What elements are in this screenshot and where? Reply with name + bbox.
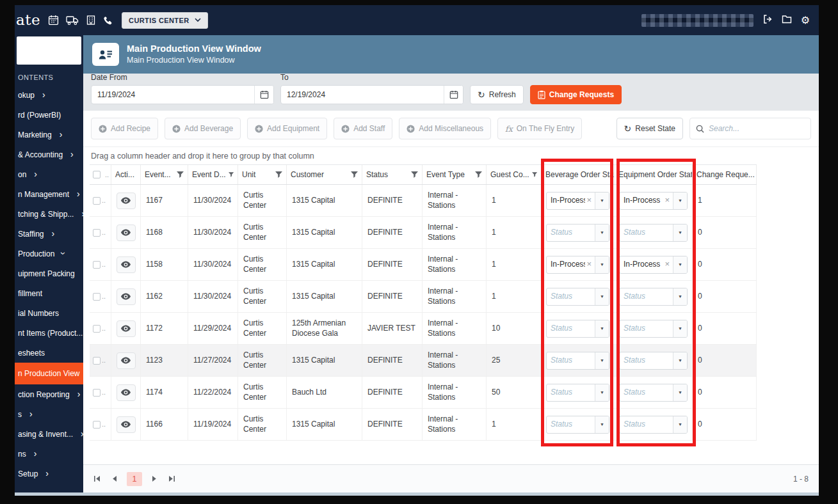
row-checkbox[interactable]: [93, 357, 101, 365]
equipment-status-select[interactable]: ×▼: [619, 320, 688, 338]
row-checkbox[interactable]: [93, 325, 101, 333]
sidebar-search-box[interactable]: [17, 36, 81, 65]
table-row[interactable]: .. 1162 11/30/2024 Curtis Center 1315 Ca…: [90, 281, 757, 313]
sidebar-item[interactable]: uipment Packing: [15, 264, 83, 283]
beverage-status-select[interactable]: In-Process×▼: [546, 192, 609, 210]
sidebar-item[interactable]: Production ›: [15, 244, 83, 264]
col-header-customer[interactable]: Customer: [287, 165, 362, 184]
table-row[interactable]: .. 1174 11/22/2024 Curtis Center Bauch L…: [90, 377, 757, 409]
row-checkbox[interactable]: [93, 197, 101, 205]
chevron-down-icon[interactable]: ▼: [595, 384, 609, 401]
equipment-status-select[interactable]: In-Process×▼: [619, 192, 688, 210]
col-header-beverage-order-status[interactable]: Beverage Order Stat...: [542, 165, 615, 184]
table-row[interactable]: .. 1123 11/27/2024 Curtis Center 1315 Ca…: [90, 345, 757, 377]
row-checkbox[interactable]: [93, 421, 101, 429]
search-input[interactable]: [709, 124, 805, 133]
sidebar-item[interactable]: esheets: [15, 343, 83, 363]
sidebar-item[interactable]: Setup ›: [15, 464, 83, 484]
equipment-status-select[interactable]: ×▼: [619, 416, 688, 434]
truck-icon[interactable]: [66, 15, 79, 26]
equipment-status-select[interactable]: ×▼: [619, 288, 688, 306]
sidebar-item[interactable]: nt Items (Product...: [15, 323, 83, 343]
chevron-down-icon[interactable]: ▼: [595, 256, 609, 273]
table-row[interactable]: .. 1168 11/30/2024 Curtis Center 1315 Ca…: [90, 217, 757, 249]
folder-icon[interactable]: [782, 15, 792, 26]
sidebar-item[interactable]: ial Numbers: [15, 303, 83, 323]
chevron-down-icon[interactable]: ▼: [673, 256, 687, 273]
table-row[interactable]: .. 1172 11/29/2024 Curtis Center 125th A…: [90, 313, 757, 345]
first-page-button[interactable]: [92, 474, 102, 484]
col-header-guest-count[interactable]: Guest Co...: [487, 165, 542, 184]
refresh-button[interactable]: ↻ Refresh: [470, 85, 524, 104]
col-header-change-requests[interactable]: Change Reque...: [693, 165, 757, 184]
chevron-down-icon[interactable]: ▼: [673, 193, 687, 209]
previous-page-button[interactable]: [110, 474, 118, 484]
view-event-button[interactable]: [117, 288, 136, 305]
clear-icon[interactable]: ×: [585, 259, 595, 270]
equipment-status-select[interactable]: ×▼: [619, 352, 688, 370]
view-event-button[interactable]: [117, 352, 136, 369]
beverage-status-select[interactable]: ×▼: [546, 384, 609, 402]
sidebar-item[interactable]: s ›: [15, 404, 83, 424]
date-to-input[interactable]: [281, 90, 444, 99]
sidebar-item[interactable]: ns ›: [15, 444, 83, 464]
chevron-down-icon[interactable]: ▼: [595, 288, 609, 305]
beverage-status-select[interactable]: ×▼: [546, 224, 609, 242]
sidebar-item[interactable]: asing & Invent... ›: [15, 424, 83, 444]
sidebar-item[interactable]: n Production View: [15, 363, 83, 384]
view-event-button[interactable]: [117, 384, 136, 401]
sidebar-item[interactable]: okup ›: [15, 85, 83, 105]
filter-icon[interactable]: [177, 171, 184, 178]
filter-icon[interactable]: [351, 171, 358, 178]
date-from-input[interactable]: [92, 90, 254, 99]
sidebar-item[interactable]: Staffing ›: [15, 224, 83, 244]
table-row[interactable]: .. 1158 11/30/2024 Curtis Center 1315 Ca…: [90, 249, 757, 281]
col-header-event-number[interactable]: Event...: [141, 165, 188, 184]
last-page-button[interactable]: [167, 474, 177, 484]
chevron-down-icon[interactable]: ▼: [673, 320, 687, 337]
add-recipe-button[interactable]: Add Recipe: [91, 118, 158, 139]
beverage-status-select[interactable]: ×▼: [546, 416, 609, 434]
beverage-status-select[interactable]: In-Process×▼: [546, 256, 609, 274]
filter-icon[interactable]: [532, 171, 537, 178]
clear-icon[interactable]: ×: [585, 195, 595, 206]
sidebar-item[interactable]: n Management ›: [15, 184, 83, 204]
chevron-down-icon[interactable]: ▼: [595, 416, 609, 433]
row-checkbox[interactable]: [93, 229, 101, 237]
date-to-calendar-button[interactable]: [444, 86, 463, 104]
view-event-button[interactable]: [117, 320, 136, 337]
filter-icon[interactable]: [475, 171, 482, 178]
col-header-status[interactable]: Status: [362, 165, 423, 184]
chevron-down-icon[interactable]: ▼: [595, 352, 609, 369]
change-requests-button[interactable]: Change Requests: [530, 85, 622, 104]
current-page-button[interactable]: 1: [127, 472, 142, 486]
date-from-calendar-button[interactable]: [254, 86, 273, 104]
select-all-checkbox[interactable]: [93, 171, 101, 178]
equipment-status-select[interactable]: ×▼: [619, 224, 688, 242]
reset-state-button[interactable]: ↻ Reset State: [616, 118, 683, 139]
chevron-down-icon[interactable]: ▼: [673, 352, 687, 369]
row-checkbox[interactable]: [93, 293, 101, 301]
chevron-down-icon[interactable]: ▼: [595, 193, 609, 209]
add-staff-button[interactable]: Add Staff: [334, 118, 392, 139]
row-checkbox[interactable]: [93, 261, 101, 269]
equipment-status-select[interactable]: In-Process×▼: [619, 256, 688, 274]
col-header-event-type[interactable]: Event Type: [423, 165, 487, 184]
beverage-status-select[interactable]: ×▼: [546, 288, 609, 306]
col-header-event-date[interactable]: Event D...: [188, 165, 238, 184]
sidebar-item[interactable]: ction Reporting ›: [15, 384, 83, 404]
sidebar-item[interactable]: rd (PowerBI): [15, 105, 83, 125]
add-equipment-button[interactable]: Add Equipment: [247, 118, 327, 139]
building-icon[interactable]: [86, 15, 96, 26]
sidebar-item[interactable]: on ›: [15, 164, 83, 184]
chevron-down-icon[interactable]: ▼: [673, 384, 687, 401]
clear-icon[interactable]: ×: [663, 259, 673, 270]
view-event-button[interactable]: [117, 193, 136, 209]
add-miscellaneous-button[interactable]: Add Miscellaneous: [399, 118, 491, 139]
chevron-down-icon[interactable]: ▼: [673, 416, 687, 433]
phone-icon[interactable]: [103, 15, 113, 26]
view-event-button[interactable]: [117, 256, 136, 273]
on-the-fly-entry-button[interactable]: fxOn The Fly Entry: [497, 118, 582, 139]
sidebar-item[interactable]: tching & Shipp... ›: [15, 204, 83, 224]
beverage-status-select[interactable]: ×▼: [546, 352, 609, 370]
